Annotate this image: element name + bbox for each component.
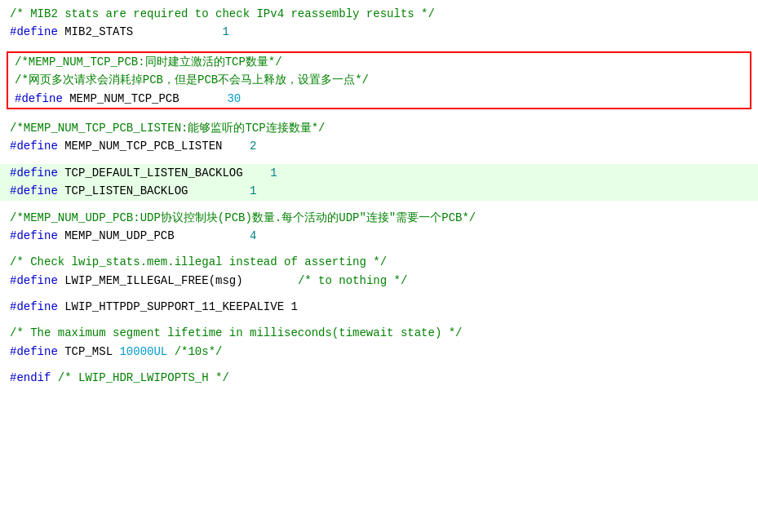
code-line-memp-tcp-comment2: /*网页多次请求会消耗掉PCB，但是PCB不会马上释放，设置多一点*/: [8, 71, 750, 89]
comment-text: /* MIB2 stats are required to check IPv4…: [10, 5, 435, 23]
code-line-tcp-default-listen: #define TCP_DEFAULT_LISTEN_BACKLOG 1: [0, 164, 758, 182]
red-box-highlight: /*MEMP_NUM_TCP_PCB:同时建立激活的TCP数量*/ /*网页多次…: [7, 51, 751, 109]
macro-name: MEMP_NUM_TCP_PCB_LISTEN: [64, 137, 222, 155]
comment-text: /*MEMP_NUM_TCP_PCB:同时建立激活的TCP数量*/: [15, 53, 282, 71]
comment-text: /* Check lwip_stats.mem.illegal instead …: [10, 253, 387, 271]
space: [58, 272, 64, 290]
code-line-memp-tcp-pcb-listen: #define MEMP_NUM_TCP_PCB_LISTEN 2: [0, 137, 758, 155]
code-line-memp-tcp-pcb: #define MEMP_NUM_TCP_PCB 30: [8, 90, 750, 108]
code-line-memp-tcp-comment1: /*MEMP_NUM_TCP_PCB:同时建立激活的TCP数量*/: [8, 53, 750, 71]
empty-line: [0, 316, 758, 324]
code-line-memp-udp-pcb: #define MEMP_NUM_UDP_PCB 4: [0, 227, 758, 245]
macro-name: TCP_MSL: [64, 343, 119, 361]
value: 4: [250, 227, 256, 245]
space: [58, 227, 64, 245]
value: 1: [222, 23, 228, 41]
code-editor: /* MIB2 stats are required to check IPv4…: [0, 0, 758, 392]
space: [58, 298, 64, 316]
macro-name: LWIP_HTTPDP_SUPPORT_11_KEEPALIVE 1: [64, 298, 298, 316]
code-line-mib2-stats: #define MIB2_STATS 1: [0, 23, 758, 41]
empty-line: [0, 201, 758, 209]
comment-text: /* The maximum segment lifetime in milli…: [10, 324, 463, 342]
keyword-define: #define: [10, 343, 58, 361]
empty-line: [0, 42, 758, 50]
space: [243, 164, 271, 182]
value: 1: [250, 182, 256, 200]
value: 1: [270, 164, 277, 182]
comment-inline: /*10s*/: [175, 343, 223, 361]
empty-line: [0, 245, 758, 253]
keyword-define: #define: [10, 23, 58, 41]
macro-name: TCP_DEFAULT_LISTEN_BACKLOG: [64, 164, 242, 182]
space: [222, 182, 250, 200]
macro-name: MEMP_NUM_UDP_PCB: [64, 227, 222, 245]
empty-line: [0, 156, 758, 164]
space: [51, 369, 57, 387]
value: 10000UL: [119, 343, 167, 361]
code-line-lwip-httpdp: #define LWIP_HTTPDP_SUPPORT_11_KEEPALIVE…: [0, 298, 758, 316]
code-line-endif: #endif /* LWIP_HDR_LWIPOPTS_H */: [0, 369, 758, 387]
code-line-tcp-msl-comment: /* The maximum segment lifetime in milli…: [0, 324, 758, 342]
comment-text: /*MEMP_NUM_TCP_PCB_LISTEN:能够监听的TCP连接数量*/: [10, 119, 325, 137]
comment-text: /*网页多次请求会消耗掉PCB，但是PCB不会马上释放，设置多一点*/: [15, 71, 369, 89]
empty-line: [0, 111, 758, 119]
code-line-tcp-listen-backlog: #define TCP_LISTEN_BACKLOG 1: [0, 182, 758, 200]
space: [167, 343, 174, 361]
code-line-udp-comment: /*MEMP_NUM_UDP_PCB:UDP协议控制块(PCB)数量.每个活动的…: [0, 209, 758, 227]
code-line-listen-comment: /*MEMP_NUM_TCP_PCB_LISTEN:能够监听的TCP连接数量*/: [0, 119, 758, 137]
keyword-define: #define: [10, 298, 58, 316]
value: 2: [250, 137, 256, 155]
code-line-tcp-msl: #define TCP_MSL 10000UL /*10s*/: [0, 343, 758, 361]
space: [222, 227, 250, 245]
keyword-define: #define: [10, 227, 58, 245]
macro-name: TCP_LISTEN_BACKLOG: [64, 182, 222, 200]
empty-line: [0, 361, 758, 369]
keyword-define: #define: [15, 90, 63, 108]
empty-line: [0, 290, 758, 298]
keyword-define: #define: [10, 164, 58, 182]
space: [222, 137, 250, 155]
space: [58, 137, 64, 155]
space: [58, 182, 64, 200]
space: [58, 23, 64, 41]
comment-text: /*MEMP_NUM_UDP_PCB:UDP协议控制块(PCB)数量.每个活动的…: [10, 209, 476, 227]
keyword-define: #define: [10, 182, 58, 200]
space: [58, 343, 64, 361]
space: [58, 164, 64, 182]
space: [243, 272, 298, 290]
macro-name: MEMP_NUM_TCP_PCB: [69, 90, 227, 108]
comment-inline: /* to nothing */: [298, 272, 407, 290]
macro-name: MIB2_STATS: [64, 23, 222, 41]
code-line-mib2-comment: /* MIB2 stats are required to check IPv4…: [0, 5, 758, 23]
keyword-endif: #endif: [10, 369, 51, 387]
keyword-define: #define: [10, 272, 58, 290]
keyword-define: #define: [10, 137, 58, 155]
macro-name: LWIP_MEM_ILLEGAL_FREE(msg): [64, 272, 242, 290]
code-line-lwip-mem-illegal: #define LWIP_MEM_ILLEGAL_FREE(msg) /* to…: [0, 272, 758, 290]
value: 30: [227, 90, 241, 108]
space: [63, 90, 69, 108]
comment-text: /* LWIP_HDR_LWIPOPTS_H */: [58, 369, 229, 387]
code-line-check-comment: /* Check lwip_stats.mem.illegal instead …: [0, 253, 758, 271]
